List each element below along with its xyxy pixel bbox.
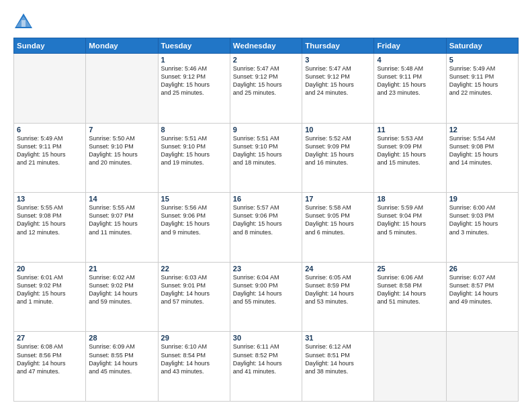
weekday-header-monday: Monday	[86, 38, 158, 54]
day-number: 3	[305, 56, 371, 64]
calendar-cell: 3Sunrise: 5:47 AM Sunset: 9:12 PM Daylig…	[302, 54, 374, 124]
calendar-cell: 27Sunrise: 6:08 AM Sunset: 8:56 PM Dayli…	[14, 332, 86, 402]
cell-info: Sunrise: 6:00 AM Sunset: 9:03 PM Dayligh…	[449, 203, 515, 236]
cell-info: Sunrise: 5:54 AM Sunset: 9:08 PM Dayligh…	[449, 134, 515, 167]
header	[13, 12, 519, 31]
cell-info: Sunrise: 5:55 AM Sunset: 9:08 PM Dayligh…	[17, 203, 83, 236]
day-number: 21	[89, 265, 154, 273]
day-number: 26	[449, 265, 515, 273]
weekday-row: SundayMondayTuesdayWednesdayThursdayFrid…	[14, 38, 519, 54]
day-number: 15	[161, 195, 227, 203]
calendar-cell: 13Sunrise: 5:55 AM Sunset: 9:08 PM Dayli…	[14, 193, 86, 263]
calendar-cell: 5Sunrise: 5:49 AM Sunset: 9:11 PM Daylig…	[446, 54, 518, 124]
day-number: 16	[233, 195, 299, 203]
day-number: 2	[233, 56, 299, 64]
cell-info: Sunrise: 5:51 AM Sunset: 9:10 PM Dayligh…	[233, 134, 299, 167]
calendar-cell: 12Sunrise: 5:54 AM Sunset: 9:08 PM Dayli…	[446, 123, 518, 193]
calendar-cell: 9Sunrise: 5:51 AM Sunset: 9:10 PM Daylig…	[230, 123, 302, 193]
day-number: 7	[89, 126, 154, 134]
day-number: 22	[161, 265, 227, 273]
svg-rect-2	[21, 20, 26, 27]
cell-info: Sunrise: 6:07 AM Sunset: 8:57 PM Dayligh…	[449, 273, 515, 306]
day-number: 13	[17, 195, 83, 203]
day-number: 1	[161, 56, 227, 64]
cell-info: Sunrise: 6:05 AM Sunset: 8:59 PM Dayligh…	[305, 273, 371, 306]
cell-info: Sunrise: 5:48 AM Sunset: 9:11 PM Dayligh…	[377, 64, 443, 97]
calendar-cell: 14Sunrise: 5:55 AM Sunset: 9:07 PM Dayli…	[86, 193, 158, 263]
cell-info: Sunrise: 6:08 AM Sunset: 8:56 PM Dayligh…	[17, 342, 83, 375]
weekday-header-friday: Friday	[374, 38, 446, 54]
calendar-header: SundayMondayTuesdayWednesdayThursdayFrid…	[14, 38, 519, 54]
cell-info: Sunrise: 6:12 AM Sunset: 8:51 PM Dayligh…	[305, 342, 371, 375]
logo	[13, 12, 36, 31]
cell-info: Sunrise: 5:57 AM Sunset: 9:06 PM Dayligh…	[233, 203, 299, 236]
calendar-cell: 6Sunrise: 5:49 AM Sunset: 9:11 PM Daylig…	[14, 123, 86, 193]
cell-info: Sunrise: 5:47 AM Sunset: 9:12 PM Dayligh…	[233, 64, 299, 97]
calendar-cell: 24Sunrise: 6:05 AM Sunset: 8:59 PM Dayli…	[302, 262, 374, 332]
day-number: 29	[161, 334, 227, 342]
day-number: 25	[377, 265, 443, 273]
cell-info: Sunrise: 5:51 AM Sunset: 9:10 PM Dayligh…	[161, 134, 227, 167]
calendar-cell: 19Sunrise: 6:00 AM Sunset: 9:03 PM Dayli…	[446, 193, 518, 263]
weekday-header-wednesday: Wednesday	[230, 38, 302, 54]
cell-info: Sunrise: 6:02 AM Sunset: 9:02 PM Dayligh…	[89, 273, 154, 306]
cell-info: Sunrise: 6:04 AM Sunset: 9:00 PM Dayligh…	[233, 273, 299, 306]
day-number: 4	[377, 56, 443, 64]
day-number: 11	[377, 126, 443, 134]
calendar-cell: 22Sunrise: 6:03 AM Sunset: 9:01 PM Dayli…	[158, 262, 230, 332]
calendar-cell: 7Sunrise: 5:50 AM Sunset: 9:10 PM Daylig…	[86, 123, 158, 193]
calendar-cell: 11Sunrise: 5:53 AM Sunset: 9:09 PM Dayli…	[374, 123, 446, 193]
cell-info: Sunrise: 5:55 AM Sunset: 9:07 PM Dayligh…	[89, 203, 154, 236]
calendar-table: SundayMondayTuesdayWednesdayThursdayFrid…	[13, 38, 519, 402]
cell-info: Sunrise: 5:49 AM Sunset: 9:11 PM Dayligh…	[17, 134, 83, 167]
day-number: 28	[89, 334, 154, 342]
calendar-week-0: 1Sunrise: 5:46 AM Sunset: 9:12 PM Daylig…	[14, 54, 519, 124]
calendar-week-2: 13Sunrise: 5:55 AM Sunset: 9:08 PM Dayli…	[14, 193, 519, 263]
cell-info: Sunrise: 5:49 AM Sunset: 9:11 PM Dayligh…	[449, 64, 515, 97]
calendar-cell	[86, 54, 158, 124]
calendar-cell: 25Sunrise: 6:06 AM Sunset: 8:58 PM Dayli…	[374, 262, 446, 332]
calendar-week-3: 20Sunrise: 6:01 AM Sunset: 9:02 PM Dayli…	[14, 262, 519, 332]
calendar-cell: 30Sunrise: 6:11 AM Sunset: 8:52 PM Dayli…	[230, 332, 302, 402]
cell-info: Sunrise: 5:46 AM Sunset: 9:12 PM Dayligh…	[161, 64, 227, 97]
calendar-cell: 10Sunrise: 5:52 AM Sunset: 9:09 PM Dayli…	[302, 123, 374, 193]
day-number: 23	[233, 265, 299, 273]
calendar-cell: 2Sunrise: 5:47 AM Sunset: 9:12 PM Daylig…	[230, 54, 302, 124]
weekday-header-tuesday: Tuesday	[158, 38, 230, 54]
day-number: 31	[305, 334, 371, 342]
cell-info: Sunrise: 5:58 AM Sunset: 9:05 PM Dayligh…	[305, 203, 371, 236]
cell-info: Sunrise: 6:11 AM Sunset: 8:52 PM Dayligh…	[233, 342, 299, 375]
day-number: 10	[305, 126, 371, 134]
cell-info: Sunrise: 6:06 AM Sunset: 8:58 PM Dayligh…	[377, 273, 443, 306]
day-number: 18	[377, 195, 443, 203]
day-number: 12	[449, 126, 515, 134]
calendar-cell: 23Sunrise: 6:04 AM Sunset: 9:00 PM Dayli…	[230, 262, 302, 332]
weekday-header-sunday: Sunday	[14, 38, 86, 54]
cell-info: Sunrise: 5:50 AM Sunset: 9:10 PM Dayligh…	[89, 134, 154, 167]
calendar-cell	[14, 54, 86, 124]
day-number: 24	[305, 265, 371, 273]
calendar-cell: 29Sunrise: 6:10 AM Sunset: 8:54 PM Dayli…	[158, 332, 230, 402]
calendar-cell: 20Sunrise: 6:01 AM Sunset: 9:02 PM Dayli…	[14, 262, 86, 332]
weekday-header-thursday: Thursday	[302, 38, 374, 54]
calendar-cell	[446, 332, 518, 402]
cell-info: Sunrise: 5:59 AM Sunset: 9:04 PM Dayligh…	[377, 203, 443, 236]
day-number: 19	[449, 195, 515, 203]
day-number: 20	[17, 265, 83, 273]
calendar-cell: 26Sunrise: 6:07 AM Sunset: 8:57 PM Dayli…	[446, 262, 518, 332]
cell-info: Sunrise: 5:56 AM Sunset: 9:06 PM Dayligh…	[161, 203, 227, 236]
calendar-week-1: 6Sunrise: 5:49 AM Sunset: 9:11 PM Daylig…	[14, 123, 519, 193]
calendar-week-4: 27Sunrise: 6:08 AM Sunset: 8:56 PM Dayli…	[14, 332, 519, 402]
cell-info: Sunrise: 5:53 AM Sunset: 9:09 PM Dayligh…	[377, 134, 443, 167]
calendar-cell: 17Sunrise: 5:58 AM Sunset: 9:05 PM Dayli…	[302, 193, 374, 263]
calendar-cell: 21Sunrise: 6:02 AM Sunset: 9:02 PM Dayli…	[86, 262, 158, 332]
calendar-cell	[374, 332, 446, 402]
weekday-header-saturday: Saturday	[446, 38, 518, 54]
cell-info: Sunrise: 5:52 AM Sunset: 9:09 PM Dayligh…	[305, 134, 371, 167]
day-number: 5	[449, 56, 515, 64]
calendar-cell: 28Sunrise: 6:09 AM Sunset: 8:55 PM Dayli…	[86, 332, 158, 402]
logo-icon	[13, 12, 34, 31]
day-number: 14	[89, 195, 154, 203]
page: SundayMondayTuesdayWednesdayThursdayFrid…	[0, 0, 532, 411]
calendar-cell: 31Sunrise: 6:12 AM Sunset: 8:51 PM Dayli…	[302, 332, 374, 402]
